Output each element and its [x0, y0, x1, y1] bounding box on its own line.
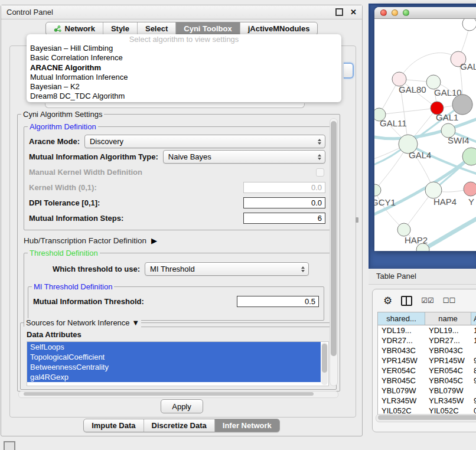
- minimize-traffic-light[interactable]: [392, 9, 398, 16]
- inference-algorithm-combo-edge[interactable]: [344, 63, 354, 79]
- mi-type-label: Mutual Information Algorithm Type:: [29, 152, 158, 161]
- table-cell: YBL079W: [378, 386, 425, 396]
- node-table: shared...nameA YDL19...YDL19...13YDR27..…: [377, 312, 476, 416]
- table-toolbar: ⚙ ☑☑ ☐☐: [373, 289, 476, 312]
- stepper-arrows-icon: [298, 266, 308, 272]
- algorithm-option[interactable]: Bayesian – Hill Climbing: [27, 44, 341, 53]
- manual-kernel-checkbox[interactable]: [316, 168, 324, 177]
- table-cell: YPR145W: [378, 356, 425, 366]
- tab-label: jActiveMNodules: [248, 24, 310, 33]
- network-node[interactable]: [462, 19, 476, 31]
- table-cell: 8.: [471, 366, 476, 376]
- close-icon[interactable]: ✕: [350, 8, 357, 16]
- panel-divider-handle[interactable]: [356, 217, 358, 223]
- table-cell: 9.: [471, 376, 476, 386]
- table-column-header[interactable]: shared...: [378, 312, 425, 325]
- data-attribute-item[interactable]: TopologicalCoefficient: [27, 352, 321, 362]
- bottom-tabbar: Impute DataDiscretize DataInfer Network: [1, 419, 362, 432]
- network-window-titlebar[interactable]: [374, 7, 476, 19]
- dpi-tolerance-field[interactable]: [243, 197, 325, 208]
- algorithm-option[interactable]: Mutual Information Inference: [27, 73, 341, 82]
- aracne-mode-combobox[interactable]: Discovery: [84, 135, 325, 148]
- tab-jactivemnodules[interactable]: jActiveMNodules: [240, 22, 318, 35]
- table-row[interactable]: YDL19...YDL19...13: [378, 325, 476, 335]
- table-horizontal-scrollbar[interactable]: [376, 414, 476, 422]
- zoom-traffic-light[interactable]: [403, 9, 409, 16]
- settings-horizontal-scrollbar[interactable]: [18, 391, 338, 398]
- stepper-arrows-icon: [314, 139, 325, 145]
- algorithm-option[interactable]: Dream8 DC_TDC Algorithm: [27, 92, 341, 101]
- table-column-header[interactable]: name: [425, 312, 471, 325]
- gear-icon[interactable]: ⚙: [383, 296, 392, 306]
- table-row[interactable]: YER054CYER054C8.: [378, 366, 476, 376]
- tab-label: Network: [65, 24, 95, 33]
- algorithm-option[interactable]: Bayesian – K2: [27, 82, 341, 92]
- data-attribute-item[interactable]: gal4RGexp: [27, 372, 321, 382]
- table-panel-header: Table Panel: [369, 269, 476, 285]
- network-node[interactable]: [425, 182, 442, 198]
- table-column-header[interactable]: A: [471, 312, 476, 325]
- close-traffic-light[interactable]: [380, 9, 387, 16]
- dpi-tolerance-row: DPI Tolerance [0,1]:: [29, 197, 325, 209]
- control-panel-titlebar[interactable]: Control Panel ✕: [1, 5, 362, 19]
- tab-label: Style: [111, 24, 129, 33]
- bottom-tab-impute-data[interactable]: Impute Data: [84, 419, 143, 432]
- mi-threshold-field[interactable]: [237, 296, 319, 307]
- tab-network[interactable]: Network: [46, 22, 103, 35]
- table-row[interactable]: YDR27...YDR27...12: [378, 335, 476, 345]
- bottom-tab-infer-network[interactable]: Infer Network: [214, 419, 279, 432]
- data-attributes-list: SelfLoopsTopologicalCoefficientBetweenne…: [27, 341, 329, 386]
- hub-definition-label: Hub/Transcription Factor Definition: [24, 236, 146, 245]
- mi-threshold-definition-title: MI Threshold Definition: [32, 282, 114, 291]
- network-node[interactable]: [452, 94, 472, 115]
- algorithm-definition-title: Algorithm Definition: [28, 122, 98, 131]
- select-all-columns-icon[interactable]: ☑☑: [421, 296, 434, 305]
- table-cell: 9.: [471, 356, 476, 366]
- network-canvas[interactable]: GALGAL80GAL10GAL1GAL11SWI4GAL4GCY1HAP4YH…: [374, 19, 476, 251]
- table-header-row: shared...nameA: [378, 312, 476, 325]
- data-attribute-item[interactable]: SelfLoops: [27, 342, 321, 352]
- table-row[interactable]: YBL079WYBL079W: [378, 386, 476, 396]
- algorithm-dropdown-placeholder: Select algorithm to view settings: [27, 35, 341, 44]
- kernel-width-field[interactable]: [243, 182, 325, 193]
- aracne-mode-value: Discovery: [90, 137, 123, 146]
- network-node[interactable]: [397, 223, 410, 236]
- node-label: GAL4: [409, 150, 431, 160]
- which-threshold-combobox[interactable]: MI Threshold: [145, 262, 309, 276]
- table-row[interactable]: YPR145WYPR145W9.: [378, 356, 476, 366]
- algorithm-option[interactable]: ARACNE Algorithm: [27, 63, 341, 73]
- apply-button[interactable]: Apply: [161, 399, 203, 413]
- table-row[interactable]: YBR043CYBR043C: [378, 345, 476, 356]
- table-row[interactable]: YLR345WYLR345W9.: [378, 396, 476, 406]
- algorithm-option[interactable]: Basic Correlation Inference: [27, 53, 341, 63]
- stepper-arrows-icon: [314, 154, 325, 160]
- float-window-icon[interactable]: [335, 8, 343, 16]
- tab-strip: NetworkStyleSelectCyni ToolboxjActiveMNo…: [45, 22, 318, 35]
- node-label: GAL11: [380, 118, 407, 128]
- mi-steps-field[interactable]: [243, 213, 325, 224]
- network-node[interactable]: [464, 182, 476, 196]
- node-label: GAL: [460, 61, 476, 71]
- cyni-algorithm-settings-group: Cyni Algorithm Settings Algorithm Defini…: [17, 114, 340, 392]
- data-attribute-item[interactable]: BetweennessCentrality: [27, 362, 321, 372]
- sources-group-title[interactable]: Sources for Network Inference ▼: [24, 318, 141, 327]
- show-columns-icon[interactable]: [401, 296, 412, 306]
- table-row[interactable]: YBR045CYBR045C9.: [378, 376, 476, 386]
- tab-cyni-toolbox[interactable]: Cyni Toolbox: [175, 22, 239, 35]
- network-selector-combo-edge[interactable]: [45, 103, 305, 108]
- attribute-list-scrollbar[interactable]: [321, 343, 328, 385]
- hub-definition-expander[interactable]: Hub/Transcription Factor Definition ▶: [24, 236, 157, 245]
- expand-right-icon: ▶: [151, 236, 157, 245]
- minimized-panel-icon[interactable]: [4, 441, 15, 450]
- tab-style[interactable]: Style: [103, 22, 137, 35]
- node-label: GAL80: [399, 84, 426, 94]
- settings-vertical-scrollbar[interactable]: [330, 118, 338, 386]
- network-node[interactable]: [374, 184, 381, 196]
- bottom-tab-discretize-data[interactable]: Discretize Data: [144, 419, 214, 432]
- kernel-width-row: Kernel Width (0,1):: [29, 181, 325, 194]
- deselect-all-columns-icon[interactable]: ☐☐: [443, 296, 456, 305]
- node-label: GAL1: [436, 112, 458, 122]
- kernel-width-label: Kernel Width (0,1):: [29, 183, 97, 192]
- tab-select[interactable]: Select: [137, 22, 175, 35]
- mi-type-combobox[interactable]: Naive Bayes: [163, 150, 325, 164]
